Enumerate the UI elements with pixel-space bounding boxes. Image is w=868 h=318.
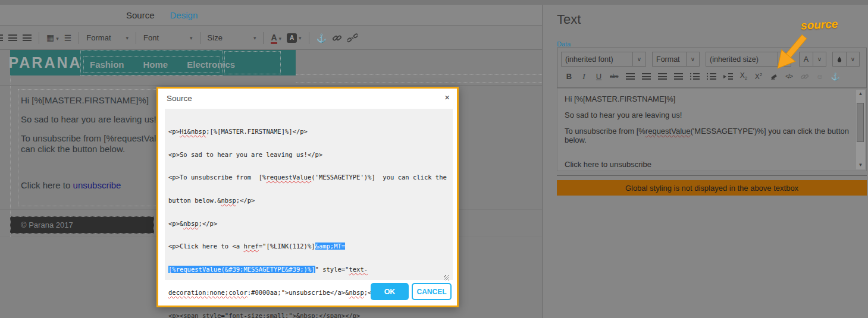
code-line: <p>Click here to <a href="[%LINK(112)%]&… <box>168 243 450 250</box>
code-line: <p>&nbsp;</p> <box>168 220 450 228</box>
source-dialog: Source × <p>Hi&nbsp;[%[MASTER.FIRSTNAME]… <box>156 87 459 307</box>
text-color-icon: A <box>271 33 277 44</box>
email-nav-cell[interactable]: Fashion Home Electronics <box>80 50 223 75</box>
size-dropdown[interactable]: Size▾ <box>208 33 256 42</box>
table-button[interactable]: ▦▾ <box>46 33 59 42</box>
source-code-textarea[interactable]: <p>Hi&nbsp;[%[MASTER.FIRSTNAME]%]</p> <p… <box>165 109 453 280</box>
tab-source[interactable]: Source <box>126 10 155 20</box>
subscript-icon[interactable]: X2 <box>740 72 748 81</box>
background-color-button[interactable] <box>832 52 847 67</box>
font-dropdown[interactable]: Font▾ <box>143 33 193 42</box>
email-footer-block[interactable]: © Parana 2017 <box>10 216 154 234</box>
chevron-down-icon[interactable]: ∨ <box>687 52 700 67</box>
email-header-block[interactable]: PARANA Fashion Home Electronics <box>10 50 296 75</box>
strikethrough-icon[interactable]: abc <box>610 74 619 79</box>
code-line: <p>To unsubscribe from [%requestValue('M… <box>168 174 450 181</box>
cancel-button[interactable]: CANCEL <box>412 283 452 300</box>
justify-icon[interactable] <box>23 34 32 41</box>
divider <box>200 32 200 44</box>
dialog-buttons: OK CANCEL <box>371 283 452 300</box>
spellcheck-word: requestValue <box>645 127 691 136</box>
textarea-resize-handle[interactable] <box>444 275 449 281</box>
close-icon[interactable]: × <box>444 92 450 102</box>
font-dropdown-label: Font <box>143 33 159 42</box>
format-dropdown-label: Format <box>86 33 111 42</box>
chevron-down-icon[interactable]: ∨ <box>847 52 860 67</box>
align-center-icon[interactable] <box>8 34 17 41</box>
font-family-dropdown[interactable]: (inherited font) <box>561 52 633 67</box>
panel-title: Text <box>557 12 581 27</box>
preview-line: Hi [%[MASTER.FIRSTNAME]%] <box>565 95 851 103</box>
align-left-icon[interactable] <box>0 34 3 41</box>
ok-button[interactable]: OK <box>371 283 409 300</box>
caret-icon: ▾ <box>190 35 193 41</box>
caret-icon: ▾ <box>56 36 59 42</box>
source-code-icon[interactable]: </> <box>785 74 793 80</box>
align-left-icon[interactable] <box>626 73 635 80</box>
caret-icon: ▾ <box>253 35 256 41</box>
divider <box>39 32 39 44</box>
chevron-down-icon[interactable]: ∨ <box>633 52 646 67</box>
dialog-title: Source <box>167 94 192 103</box>
chevron-down-icon[interactable]: ∨ <box>778 52 791 67</box>
global-styling-banner: Global styling is not displayed in the a… <box>557 180 867 196</box>
bulleted-list-icon[interactable] <box>690 73 700 80</box>
numbered-list-icon[interactable] <box>707 73 716 80</box>
table-icon: ▦ <box>46 33 54 42</box>
tab-design[interactable]: Design <box>170 10 198 20</box>
scrollbar[interactable]: ▲ ▼ <box>856 90 865 169</box>
anchor-icon[interactable]: ⚓ <box>317 34 327 42</box>
scroll-up-icon[interactable]: ▲ <box>856 90 865 98</box>
nav-item-home[interactable]: Home <box>143 59 168 70</box>
scrollbar-thumb[interactable] <box>857 103 864 142</box>
background-color-button[interactable]: A▾ <box>287 33 302 43</box>
email-nav-row: Fashion Home Electronics <box>83 56 220 73</box>
link-icon[interactable] <box>332 33 342 43</box>
unsubscribe-link[interactable]: unsubscribe <box>73 180 121 190</box>
selected-code: [%requestValue(&#39;MESSAGETYPE&#39;)%] <box>168 266 315 273</box>
indent-icon[interactable] <box>723 73 733 80</box>
top-band <box>0 0 868 5</box>
background-color-icon <box>836 55 842 63</box>
canvas-left-edge <box>10 75 11 237</box>
code-line: button below.&nbsp;</p> <box>168 197 450 204</box>
bold-icon[interactable]: B <box>565 73 573 80</box>
code-line: <p><span style="font-size:small;">&nbsp;… <box>168 312 450 318</box>
size-dropdown-label: Size <box>208 33 223 42</box>
chevron-down-icon[interactable]: ∨ <box>813 52 826 67</box>
selected-code: &amp;MT= <box>315 243 346 250</box>
nav-item-fashion[interactable]: Fashion <box>90 59 124 70</box>
preview-line: To unsubscribe from [%requestValue('MESS… <box>565 127 851 144</box>
format-dropdown[interactable]: Format▾ <box>86 33 129 42</box>
divider <box>309 32 309 44</box>
align-center-icon[interactable] <box>642 73 651 80</box>
text-content-editor[interactable]: Hi [%[MASTER.FIRSTNAME]%] So sad to hear… <box>557 88 867 171</box>
emoji-icon[interactable]: ☺ <box>816 73 824 80</box>
code-line: <p>So sad to hear you are leaving us!</p… <box>168 151 450 159</box>
background-color-icon: A <box>287 33 297 43</box>
link-icon[interactable] <box>800 73 809 81</box>
underline-icon[interactable]: U <box>595 73 603 80</box>
line-height-icon[interactable]: ☰ <box>64 34 72 42</box>
caret-icon: ▾ <box>126 35 129 41</box>
nav-item-electronics[interactable]: Electronics <box>187 59 235 70</box>
align-right-icon[interactable] <box>658 73 667 80</box>
text-color-button[interactable]: A <box>799 52 813 67</box>
brand-logo: PARANA <box>10 50 80 75</box>
canvas-divider <box>0 85 542 86</box>
caret-icon: ▾ <box>299 35 302 41</box>
superscript-icon[interactable]: X2 <box>755 73 763 80</box>
anchor-icon[interactable]: ⚓ <box>831 73 840 80</box>
justify-icon[interactable] <box>674 73 683 80</box>
font-size-dropdown[interactable]: (inherited size) <box>706 52 778 67</box>
italic-icon[interactable]: I <box>580 73 588 80</box>
unlink-icon[interactable] <box>347 33 358 43</box>
text-color-button[interactable]: A▾ <box>271 33 281 42</box>
editor-mode-tabs: Source Design <box>0 5 542 26</box>
paragraph-format-dropdown[interactable]: Format <box>652 52 687 67</box>
data-label: Data <box>557 40 571 48</box>
panel-toolbar-row2: B I U abc X2 X2 </> ☺ ⚓ <box>557 67 866 81</box>
scroll-down-icon[interactable]: ▼ <box>856 161 865 169</box>
remove-format-icon[interactable] <box>770 73 778 80</box>
main-editor-toolbar: ▦▾ ☰ Format▾ Font▾ Size▾ A▾ A▾ ⚓ <box>0 26 542 50</box>
